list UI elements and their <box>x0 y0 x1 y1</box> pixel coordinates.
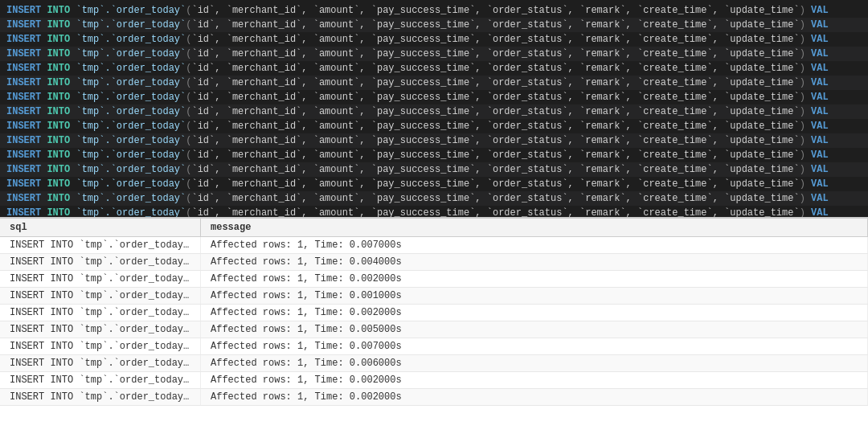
column-name: `create_time` <box>637 48 713 59</box>
column-name: `merchant_id` <box>227 5 302 16</box>
column-name: `merchant_id` <box>227 48 302 59</box>
column-name: `id` <box>191 63 215 74</box>
sql-line: INSERT INTO `tmp`.`order_today`(`id`, `m… <box>0 133 868 148</box>
column-name: `remark` <box>579 77 626 88</box>
sql-line: INSERT INTO `tmp`.`order_today`(`id`, `m… <box>0 104 868 119</box>
keyword-insert: INSERT <box>6 135 41 146</box>
column-name: `update_time` <box>724 19 800 31</box>
column-name: `order_status` <box>487 178 568 190</box>
results-panel[interactable]: sql message INSERT INTO `tmp`.`order_tod… <box>0 219 868 442</box>
column-name: `create_time` <box>637 63 713 74</box>
cell-sql: INSERT INTO `tmp`.`order_today`(`id`, `m… <box>0 271 201 287</box>
keyword-into: INTO <box>47 164 70 175</box>
keyword-values: VAL <box>811 77 829 88</box>
column-name: `create_time` <box>637 193 713 204</box>
column-name: `update_time` <box>724 77 800 88</box>
column-name: `remark` <box>579 121 626 132</box>
column-name: `id` <box>191 92 215 103</box>
table-name: `tmp`.`order_today` <box>76 63 186 74</box>
keyword-into: INTO <box>47 34 70 45</box>
cell-message: Affected rows: 1, Time: 0.004000s <box>201 254 868 270</box>
column-name: `create_time` <box>637 135 713 146</box>
keyword-into: INTO <box>47 178 70 190</box>
column-name: `amount` <box>313 77 360 88</box>
column-name: `pay_success_time` <box>371 135 476 146</box>
keyword-values: VAL <box>811 121 829 132</box>
table-name: `tmp`.`order_today` <box>76 178 186 190</box>
column-name: `update_time` <box>724 5 800 16</box>
column-name: `create_time` <box>637 34 713 45</box>
column-name: `update_time` <box>724 135 800 146</box>
keyword-insert: INSERT <box>6 92 41 103</box>
column-name: `merchant_id` <box>227 19 302 31</box>
keyword-values: VAL <box>811 34 829 45</box>
keyword-values: VAL <box>811 19 829 31</box>
column-name: `update_time` <box>724 106 800 117</box>
column-name: `order_status` <box>487 77 568 88</box>
keyword-into: INTO <box>47 48 70 59</box>
column-name: `order_status` <box>487 149 568 161</box>
column-name: `merchant_id` <box>227 77 302 88</box>
sql-line: INSERT INTO `tmp`.`order_today`(`id`, `m… <box>0 148 868 162</box>
column-name: `pay_success_time` <box>371 193 476 204</box>
column-name: `merchant_id` <box>227 135 302 146</box>
column-name: `pay_success_time` <box>371 48 476 59</box>
column-name: `order_status` <box>487 121 568 132</box>
table-row: INSERT INTO `tmp`.`order_today`(`id`, `m… <box>0 372 868 389</box>
column-name: `id` <box>191 77 215 88</box>
table-row: INSERT INTO `tmp`.`order_today`(`id`, `m… <box>0 321 868 338</box>
keyword-values: VAL <box>811 164 829 175</box>
sql-line: INSERT INTO `tmp`.`order_today`(`id`, `m… <box>0 3 868 18</box>
cell-message: Affected rows: 1, Time: 0.002000s <box>201 389 868 405</box>
sql-line: INSERT INTO `tmp`.`order_today`(`id`, `m… <box>0 18 868 32</box>
keyword-insert: INSERT <box>6 121 41 132</box>
results-table-body: INSERT INTO `tmp`.`order_today`(`id`, `m… <box>0 237 868 406</box>
table-row: INSERT INTO `tmp`.`order_today`(`id`, `m… <box>0 389 868 406</box>
keyword-into: INTO <box>47 149 70 161</box>
keyword-values: VAL <box>811 106 829 117</box>
column-name: `id` <box>191 164 215 175</box>
keyword-insert: INSERT <box>6 149 41 161</box>
column-name: `remark` <box>579 92 626 103</box>
column-name: `id` <box>191 121 215 132</box>
keyword-into: INTO <box>47 63 70 74</box>
column-name: `id` <box>191 193 215 204</box>
column-name: `remark` <box>579 63 626 74</box>
column-name: `update_time` <box>724 164 800 175</box>
column-name: `create_time` <box>637 207 713 217</box>
header-message: message <box>201 219 868 236</box>
column-name: `create_time` <box>637 121 713 132</box>
sql-line: INSERT INTO `tmp`.`order_today`(`id`, `m… <box>0 90 868 104</box>
column-name: `pay_success_time` <box>371 5 476 16</box>
column-name: `remark` <box>579 5 626 16</box>
table-name: `tmp`.`order_today` <box>76 207 186 217</box>
column-name: `amount` <box>313 149 360 161</box>
cell-message: Affected rows: 1, Time: 0.001000s <box>201 288 868 304</box>
table-name: `tmp`.`order_today` <box>76 164 186 175</box>
table-name: `tmp`.`order_today` <box>76 77 186 88</box>
table-name: `tmp`.`order_today` <box>76 48 186 59</box>
keyword-values: VAL <box>811 207 829 217</box>
column-name: `remark` <box>579 106 626 117</box>
column-name: `create_time` <box>637 77 713 88</box>
cell-sql: INSERT INTO `tmp`.`order_today`(`id`, `m… <box>0 355 201 371</box>
column-name: `create_time` <box>637 164 713 175</box>
keyword-into: INTO <box>47 135 70 146</box>
sql-editor-panel[interactable]: INSERT INTO `tmp`.`order_today`(`id`, `m… <box>0 0 868 217</box>
table-row: INSERT INTO `tmp`.`order_today`(`id`, `m… <box>0 271 868 288</box>
column-name: `amount` <box>313 193 360 204</box>
cell-sql: INSERT INTO `tmp`.`order_today`(`id`, `m… <box>0 372 201 388</box>
keyword-values: VAL <box>811 5 829 16</box>
column-name: `create_time` <box>637 92 713 103</box>
column-name: `remark` <box>579 178 626 190</box>
keyword-into: INTO <box>47 207 70 217</box>
keyword-into: INTO <box>47 77 70 88</box>
keyword-insert: INSERT <box>6 164 41 175</box>
table-name: `tmp`.`order_today` <box>76 34 186 45</box>
keyword-insert: INSERT <box>6 63 41 74</box>
keyword-insert: INSERT <box>6 207 41 217</box>
sql-line: INSERT INTO `tmp`.`order_today`(`id`, `m… <box>0 76 868 90</box>
cell-message: Affected rows: 1, Time: 0.002000s <box>201 305 868 321</box>
column-name: `id` <box>191 207 215 217</box>
column-name: `remark` <box>579 34 626 45</box>
